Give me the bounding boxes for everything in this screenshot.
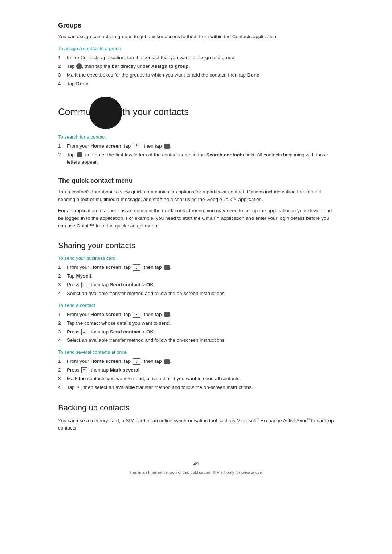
quick-contact-para2: For an application to appear as an optio…	[58, 207, 334, 230]
business-card-steps: From your Home screen, tap ⋮, then tap .…	[58, 264, 334, 297]
groups-intro: You can assign contacts to groups to get…	[58, 33, 334, 41]
sharing-section: Sharing your contacts To send your busin…	[58, 241, 334, 392]
menu-icon: ≡	[81, 367, 87, 373]
send-several-steps: From your Home screen, tap ⋮, then tap .…	[58, 358, 334, 392]
business-card-heading: To send your business card	[58, 255, 334, 261]
list-item: Select an available transfer method and …	[58, 337, 334, 344]
list-item: Tap Done.	[58, 80, 334, 88]
list-item: From your Home screen, tap ⋮, then tap .	[58, 264, 334, 271]
list-item: Mark the contacts you want to send, or s…	[58, 375, 334, 383]
assign-contact-subsection: To assign a contact to a group In the Co…	[58, 46, 334, 88]
search-contact-heading: To search for a contact	[58, 134, 334, 140]
search-contact-subsection: To search for a contact From your Home s…	[58, 134, 334, 167]
communicate-title-text: Commuith your contacts	[58, 106, 189, 117]
backup-title: Backing up contacts	[58, 403, 334, 413]
list-item: Press ≡, then tap Send contact > OK.	[58, 328, 334, 336]
page-number: 49	[58, 461, 334, 467]
list-item: Press ≡, then tap Send contact > OK.	[58, 281, 334, 289]
business-card-subsection: To send your business card From your Hom…	[58, 255, 334, 297]
list-item: From your Home screen, tap ⋮, then tap .	[58, 311, 334, 319]
send-several-subsection: To send several contacts at once From yo…	[58, 349, 334, 392]
search-contact-steps: From your Home screen, tap ⋮, then tap .…	[58, 143, 334, 167]
send-contact-heading: To send a contact	[58, 303, 334, 308]
list-item: From your Home screen, tap ⋮, then tap .	[58, 143, 334, 150]
quick-contact-section: The quick contact menu Tap a contact’s t…	[58, 177, 334, 230]
quick-contact-title: The quick contact menu	[58, 177, 334, 185]
groups-section: Groups You can assign contacts to groups…	[58, 22, 334, 88]
list-item: In the Contacts application, tap the con…	[58, 54, 334, 62]
list-item: Tap , then tap the bar directly under As…	[58, 63, 334, 70]
grid-icon: ⋮	[133, 264, 140, 271]
menu-icon: ≡	[81, 282, 87, 288]
send-contact-subsection: To send a contact From your Home screen,…	[58, 303, 334, 345]
backup-section: Backing up contacts You can use a memory…	[58, 403, 334, 432]
page-footer: 49 This is an Internet version of this p…	[58, 454, 334, 475]
send-several-heading: To send several contacts at once	[58, 349, 334, 355]
groups-title: Groups	[58, 22, 334, 29]
quick-contact-para1: Tap a contact’s thumbnail to view quick …	[58, 188, 334, 204]
assign-contact-steps: In the Contacts application, tap the con…	[58, 54, 334, 88]
grid-icon: ⋮	[133, 358, 140, 365]
assign-contact-heading: To assign a contact to a group	[58, 46, 334, 51]
list-item: Tap ✦., then select an available transfe…	[58, 384, 334, 392]
footer-note: This is an Internet version of this publ…	[58, 470, 334, 475]
grid-icon: ⋮	[133, 143, 140, 149]
backup-para: You can use a memory card, a SIM card or…	[58, 417, 334, 432]
send-contact-steps: From your Home screen, tap ⋮, then tap .…	[58, 311, 334, 345]
list-item: From your Home screen, tap ⋮, then tap .	[58, 358, 334, 365]
communicate-section: Commuith your contacts To search for a c…	[58, 97, 334, 167]
list-item: Select an available transfer method and …	[58, 290, 334, 297]
menu-icon: ≡	[81, 329, 87, 335]
grid-icon: ⋮	[133, 312, 140, 318]
sharing-title: Sharing your contacts	[58, 241, 334, 250]
list-item: Press ≡, then tap Mark several.	[58, 366, 334, 374]
list-item: Mark the checkboxes for the groups to wh…	[58, 71, 334, 79]
list-item: Tap Myself.	[58, 272, 334, 280]
page-content: Groups You can assign contacts to groups…	[58, 22, 334, 475]
list-item: Tap the contact whose details you want t…	[58, 320, 334, 327]
obscured-blob	[89, 97, 122, 129]
communicate-title: Commuith your contacts	[58, 97, 334, 129]
list-item: Tap and enter the first few letters of t…	[58, 151, 334, 167]
